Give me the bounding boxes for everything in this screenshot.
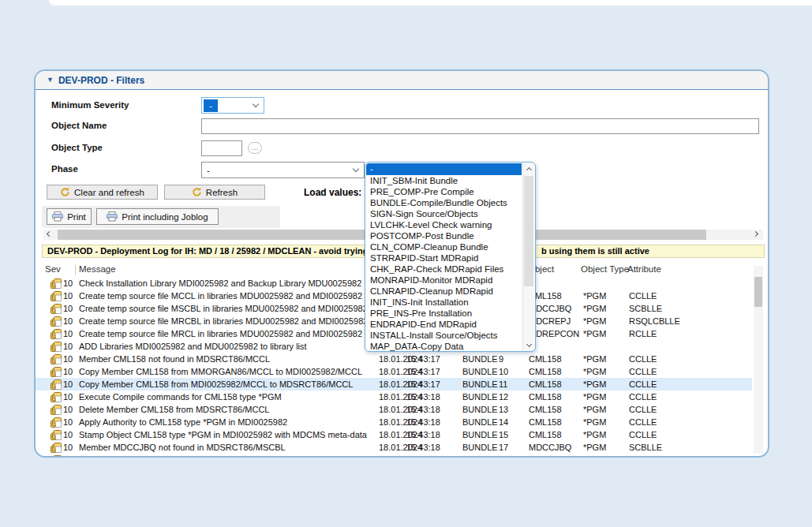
column-divider [75,264,76,275]
cell-object-type: *PGM [583,315,606,327]
table-row[interactable]: 10 Member MDCCJBQ not found in MDSRCT86/… [36,441,752,454]
vertical-scrollbar[interactable] [754,266,763,454]
log-entry-icon [51,291,62,301]
table-row[interactable]: 10 Copy Member CML158 from MDI0025982/MC… [36,378,752,391]
log-entry-icon [51,455,62,458]
log-entry-icon [51,316,62,327]
object-name-input[interactable] [201,118,759,134]
dropdown-option[interactable]: INIT_INS-Init Installation [366,297,522,308]
table-row[interactable]: 10 Member CML158 not found in MDSRCT86/M… [36,353,752,365]
column-header-sev[interactable]: Sev [45,264,61,274]
log-entry-icon [51,443,62,453]
table-row[interactable]: 10 Copy Member MDCCJBQ from MMORGAN86/MS… [36,454,752,458]
dropdown-option-selected[interactable]: - [366,163,522,175]
cell-object: CML158 [529,378,562,391]
chevron-down-icon [353,166,359,172]
cell-attribute: CCLLE [629,378,657,391]
cell-severity: 10 [63,340,73,353]
cell-severity: 10 [63,315,73,327]
print-button[interactable]: Print [47,208,92,225]
cell-message: Copy Member CML158 from MMORGAN86/MCCL t… [79,365,362,378]
cell-severity: 10 [63,277,73,290]
dropdown-option[interactable]: MAP_DATA-Copy Data [366,341,522,352]
column-header-message[interactable]: Message [79,264,116,274]
log-entry-icon [51,392,62,402]
cell-object-type: *PGM [583,378,606,391]
dropdown-option[interactable]: PRE_INS-Pre Installation [366,308,522,319]
dropdown-option[interactable]: INIT_SBM-Init Bundle [366,175,522,186]
printer-icon [107,211,118,222]
cell-severity: 10 [63,403,73,416]
dropdown-option[interactable]: SIGN-Sign Source/Objects [366,208,522,219]
cell-object-type: *PGM [583,454,606,458]
dropdown-scrollbar[interactable] [522,163,534,350]
dropdown-option[interactable]: ENDRAPID-End MDRapid [366,319,522,330]
cell-message: Create temp source file MRCBL in librari… [79,315,368,327]
cell-attribute: CCLLE [629,365,657,378]
cell-severity: 10 [63,378,73,391]
dropdown-scrollbar-thumb[interactable] [524,176,533,286]
cell-object-type: *PGM [583,391,606,403]
cell-severity: 10 [63,327,73,340]
dropdown-option[interactable]: CHK_RAP-Check MDRapid Files [366,264,522,275]
dropdown-option[interactable]: CLN_COMP-Cleanup Bundle [366,241,522,252]
min-severity-select[interactable]: - [201,97,264,114]
cell-time: 15:43:18 [406,454,440,458]
cell-message: Create temp source file MRCL in librarie… [79,327,362,340]
dropdown-option[interactable]: MONRAPID-Monitor MDRapid [366,275,522,286]
vertical-scrollbar-thumb[interactable] [754,277,762,307]
cell-severity: 10 [63,454,73,458]
dropdown-option[interactable]: STRRAPID-Start MDRapid [366,252,522,264]
dropdown-option[interactable]: INSTALL-Install Source/Objects [366,330,522,341]
clear-and-refresh-button[interactable]: Clear and refresh [47,185,158,200]
cell-sequence: 17 [499,441,508,454]
cell-object-type: *PGM [583,441,606,454]
scroll-up-icon[interactable] [523,163,534,174]
object-type-browse-button[interactable]: ... [248,142,262,154]
cell-sequence: 13 [499,403,508,416]
cell-object: CML158 [529,391,562,403]
table-row[interactable]: 10 Stamp Object CML158 type *PGM in MDI0… [36,428,752,441]
cell-time: 15:43:17 [406,365,440,378]
cell-message: Create temp source file MCCL in librarie… [79,290,362,302]
dropdown-option[interactable]: BUNDLE-Compile/Bundle Objects [366,197,522,208]
object-type-input[interactable] [201,140,242,156]
table-row[interactable]: 10 Copy Member CML158 from MMORGAN86/MCC… [36,365,752,378]
phase-select[interactable]: - [201,162,365,178]
cell-message: Check Installation Library MDI0025982 an… [79,277,361,290]
column-header-attribute[interactable]: Attribute [627,264,661,274]
cell-phase: BUNDLE [462,441,498,454]
cell-time: 15:43:18 [406,403,440,416]
table-row[interactable]: 10 Execute Compile commands for CML158 t… [36,391,752,403]
table-row[interactable]: 10 Apply Authority to CML158 type *PGM i… [36,416,752,428]
log-entry-icon [51,367,62,377]
scroll-down-icon[interactable] [523,339,534,350]
cell-severity: 10 [63,290,73,302]
log-entry-icon [51,417,62,428]
collapse-triangle-icon[interactable]: ▼ [47,77,54,84]
log-entry-icon [51,405,62,415]
column-header-object-type[interactable]: Object Type [581,264,629,274]
panel-header[interactable]: ▼ DEV-PROD - Filters [36,71,768,90]
cell-time: 15:43:17 [406,353,440,365]
scroll-right-icon[interactable] [754,232,759,237]
chevron-down-icon [253,101,259,107]
cell-time: 15:43:18 [406,416,440,428]
cell-sequence: 14 [499,416,508,428]
dropdown-option[interactable]: POSTCOMP-Post Bundle [366,230,522,241]
dropdown-option[interactable]: LVLCHK-Level Check warning [366,219,522,230]
cell-message: Create temp source file MSCBL in librari… [79,302,368,315]
cell-message: Delete Member CML158 from MDSRCT86/MCCL [79,403,269,416]
cell-sequence: 10 [499,365,508,378]
cell-severity: 10 [63,416,73,428]
scroll-left-icon[interactable] [47,232,53,237]
table-row[interactable]: 10 Delete Member CML158 from MDSRCT86/MC… [36,403,752,416]
cell-object-type: *PGM [583,428,606,441]
log-entry-icon [51,379,62,390]
dropdown-option[interactable]: PRE_COMP-Pre Compile [366,186,522,197]
refresh-button[interactable]: Refresh [164,185,265,200]
cell-sequence: 15 [499,428,508,441]
dropdown-option[interactable]: CLNRAPID-Cleanup MDRapid [366,286,522,297]
print-including-joblog-button[interactable]: Print including Joblog [96,208,219,225]
cell-object-type: *PGM [583,290,606,302]
